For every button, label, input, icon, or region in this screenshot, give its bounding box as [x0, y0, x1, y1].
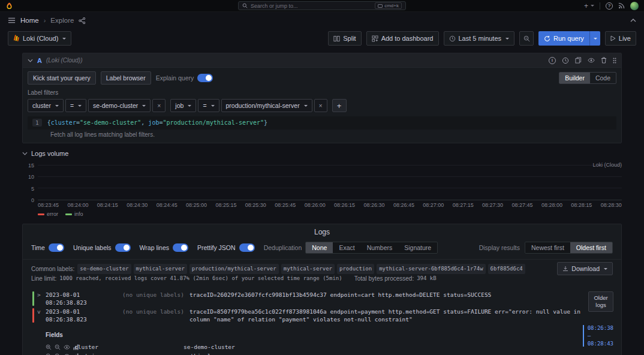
code-line-number: 1: [32, 119, 42, 127]
run-query-button[interactable]: Run query: [538, 31, 589, 46]
share-icon[interactable]: [79, 17, 86, 24]
code-token: "production/mythical-server": [162, 119, 264, 126]
mode-option-builder[interactable]: Builder: [559, 73, 590, 83]
caret-down-icon: [505, 38, 509, 40]
kick-start-query-button[interactable]: Kick start your query: [28, 71, 96, 85]
filter-out-value-icon[interactable]: [55, 344, 61, 350]
filter-op-dropdown[interactable]: =: [198, 99, 219, 112]
logs-volume-header[interactable]: Logs volume: [22, 148, 622, 160]
dedup-option-exact[interactable]: Exact: [333, 242, 360, 253]
query-ref-id[interactable]: A: [37, 57, 42, 64]
help-glyph: ?: [608, 4, 610, 8]
grafana-logo[interactable]: [5, 2, 13, 10]
dedup-control: Deduplication NoneExactNumbersSignature: [264, 242, 438, 254]
legend-color-swatch: [65, 213, 72, 215]
filter-field-dropdown[interactable]: cluster: [28, 99, 64, 112]
legend-item-info[interactable]: info: [65, 211, 83, 217]
order-option-newest-first[interactable]: Newest first: [525, 242, 570, 253]
loki-logo: [13, 35, 20, 42]
new-item-button[interactable]: +: [584, 2, 594, 10]
x-axis-tick: 08:28:00: [541, 202, 562, 208]
dedup-option-numbers[interactable]: Numbers: [361, 242, 399, 253]
drag-handle-icon[interactable]: [613, 58, 616, 64]
collapse-row-chevron[interactable]: v: [37, 308, 46, 315]
total-bytes-label: Total bytes processed:: [354, 274, 414, 283]
user-avatar[interactable]: [630, 2, 639, 10]
total-bytes-value: 394 kB: [417, 274, 437, 283]
filter-out-value-icon[interactable]: [55, 353, 61, 355]
toggle-switch[interactable]: [49, 243, 64, 252]
run-query-caret-button[interactable]: [589, 31, 600, 46]
zoom-out-time-button[interactable]: [519, 31, 534, 46]
order-option-oldest-first[interactable]: Oldest first: [570, 242, 612, 253]
remove-filter-button[interactable]: ×: [152, 99, 165, 112]
older-logs-button[interactable]: Older logs: [588, 291, 613, 312]
global-search-input[interactable]: Search or jump to... cmd+k: [238, 1, 406, 10]
caret-down-icon: [594, 38, 597, 40]
filter-field-dropdown[interactable]: job: [170, 99, 196, 112]
chevron-down-icon: [22, 152, 28, 155]
label-browser-button[interactable]: Label browser: [101, 71, 151, 85]
dedup-option-none[interactable]: None: [306, 242, 333, 253]
time-marker-start[interactable]: 08:26:38: [588, 325, 613, 331]
toggle-switch[interactable]: [115, 243, 131, 252]
filter-value-dropdown-label: production/mythical-server: [226, 102, 300, 109]
logs-panel: Logs TimeUnique labelsWrap linesPrettify…: [22, 224, 622, 355]
toggle-field-visibility-icon[interactable]: [64, 345, 70, 350]
field-value: mythical-server: [183, 351, 585, 355]
live-button[interactable]: Live: [605, 31, 636, 46]
toggle-switch[interactable]: [173, 243, 188, 252]
common-label-chip: se-demo-cluster: [77, 264, 131, 274]
filter-value-dropdown[interactable]: se-demo-cluster: [88, 99, 151, 112]
help-icon[interactable]: ?: [606, 2, 613, 10]
duplicate-query-icon[interactable]: [575, 57, 582, 64]
legend-item-error[interactable]: error: [38, 211, 58, 217]
menu-icon[interactable]: [8, 17, 16, 23]
filter-op-dropdown-label: =: [203, 102, 206, 109]
x-axis-tick: 08:27:30: [482, 202, 503, 208]
code-token: ,: [141, 119, 148, 126]
filter-op-dropdown[interactable]: =: [65, 99, 86, 112]
breadcrumb-home[interactable]: Home: [20, 17, 39, 24]
collapse-toolbar-chevron-icon[interactable]: [630, 19, 636, 22]
live-label: Live: [619, 35, 631, 42]
toggle-visibility-eye-icon[interactable]: [588, 58, 595, 63]
common-labels-line: Common labels: se-demo-clustermythical-s…: [31, 264, 613, 274]
toggle-switch[interactable]: [239, 243, 255, 252]
filter-value-dropdown[interactable]: production/mythical-server: [221, 99, 312, 112]
toggle-label: Time: [31, 244, 45, 251]
x-axis-tick: 08:27:00: [423, 202, 444, 208]
expand-row-chevron[interactable]: >: [37, 291, 46, 299]
query-history-icon[interactable]: [562, 57, 569, 64]
log-timestamp: 2023-08-01 08:26:38.823: [46, 291, 122, 306]
log-row[interactable]: >2023-08-01 08:26:38.823(no unique label…: [31, 290, 585, 307]
filter-for-value-icon[interactable]: [46, 344, 52, 350]
query-info-icon[interactable]: i: [549, 57, 556, 64]
mode-option-code[interactable]: Code: [590, 73, 616, 83]
delete-query-trash-icon[interactable]: [601, 57, 607, 64]
breadcrumb-bar: Home › Explore: [0, 12, 644, 29]
datasource-picker[interactable]: Loki (Cloud): [8, 31, 71, 46]
log-unique-labels: (no unique labels): [122, 291, 189, 299]
log-row[interactable]: v2023-08-01 08:26:38.823(no unique label…: [31, 307, 585, 324]
filter-for-value-icon[interactable]: [46, 353, 52, 355]
toggle-prettify-json: Prettify JSON: [197, 243, 255, 252]
common-labels-label: Common labels:: [31, 264, 74, 273]
add-to-dashboard-button[interactable]: Add to dashboard: [366, 31, 439, 46]
time-marker-end[interactable]: 08:28:43: [588, 341, 613, 347]
builder-code-toggle: BuilderCode: [559, 72, 616, 84]
split-button[interactable]: Split: [328, 31, 361, 46]
fields-title: Fields: [46, 331, 585, 339]
breadcrumb-explore[interactable]: Explore: [50, 17, 74, 24]
download-button[interactable]: Download: [557, 262, 613, 275]
add-filter-button[interactable]: +: [332, 99, 347, 112]
download-icon: [562, 266, 568, 272]
remove-filter-button[interactable]: ×: [314, 99, 327, 112]
dedup-option-signature[interactable]: Signature: [398, 242, 437, 253]
query-code[interactable]: {cluster="se-demo-cluster", job="product…: [47, 119, 267, 127]
logs-volume-title: Logs volume: [31, 150, 68, 157]
chevron-down-icon[interactable]: [28, 59, 33, 62]
news-rss-icon[interactable]: [618, 2, 625, 9]
explain-query-toggle[interactable]: [197, 74, 213, 82]
time-range-picker[interactable]: Last 5 minutes: [444, 31, 515, 46]
